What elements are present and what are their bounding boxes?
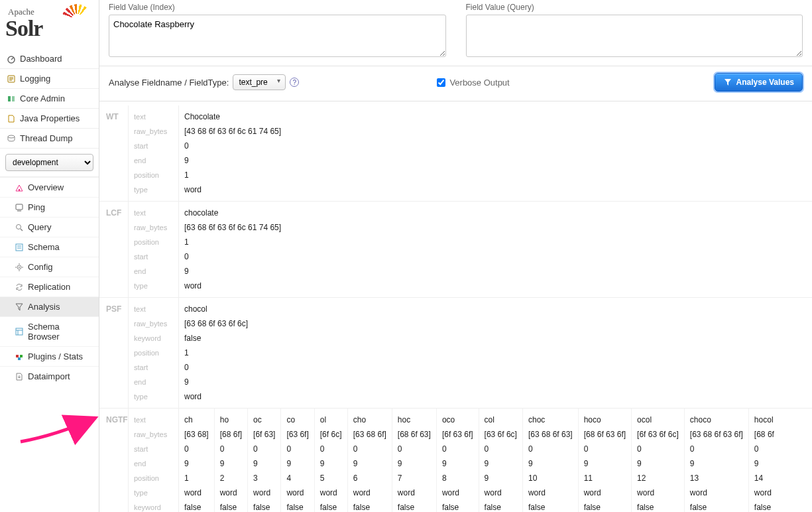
index-field-block: Field Value (Index): [109, 0, 446, 66]
svg-point-18: [19, 267, 20, 268]
schema-browser-icon: [15, 327, 24, 336]
verbose-label[interactable]: Verbose Output: [449, 78, 509, 88]
token-value: 0: [184, 442, 209, 456]
query-field-textarea[interactable]: [466, 15, 803, 57]
token-value: 9: [690, 456, 743, 471]
thread-dump-icon: [7, 134, 16, 143]
token-value: word: [398, 485, 431, 500]
svg-rect-6: [8, 96, 11, 101]
token-value: false: [584, 500, 626, 512]
token-value: col: [485, 413, 517, 427]
token-value: 9: [485, 471, 517, 485]
main-nav: DashboardLoggingCore AdminJava Propertie…: [0, 49, 99, 149]
nav-item-core-admin[interactable]: Core Admin: [0, 89, 99, 109]
token-value: [68 6f]: [220, 427, 242, 442]
token-values: chocol[63 68 6f 63 6f 6c]false109word: [179, 298, 812, 408]
token-value: 9: [184, 456, 209, 471]
token-value: 12: [637, 471, 679, 485]
nav-item-dashboard[interactable]: Dashboard: [0, 49, 99, 69]
attr-label: text: [134, 302, 173, 316]
token-value: word: [253, 485, 275, 500]
index-field-textarea[interactable]: [109, 15, 446, 57]
attr-label: type: [134, 279, 173, 293]
token-value: 0: [398, 442, 431, 456]
core-select[interactable]: development: [5, 154, 93, 171]
token-value: word: [184, 389, 807, 404]
token-value: 0: [286, 442, 308, 456]
subnav-item-ping[interactable]: Ping: [0, 197, 99, 217]
analysis-results: WTtextraw_bytesstartendpositiontypeChoco…: [99, 101, 812, 512]
token-value: false: [253, 500, 275, 512]
token-value: word: [286, 485, 308, 500]
token-value: 1: [184, 471, 209, 485]
query-field-label: Field Value (Query): [466, 3, 803, 12]
subnav-item-replication[interactable]: Replication: [0, 277, 99, 296]
token-value: 0: [353, 442, 386, 456]
token-value: false: [220, 500, 242, 512]
subnav-item-query[interactable]: Query: [0, 217, 99, 237]
token-values: Chocolate[43 68 6f 63 6f 6c 61 74 65]091…: [179, 105, 812, 201]
attr-label: text: [134, 206, 173, 220]
attr-label: start: [134, 139, 173, 153]
token-value: false: [184, 331, 807, 346]
token-col: col[63 6f 6c]099wordfalse: [479, 409, 523, 512]
controls-row: Analyse Fieldname / FieldType: text_pre …: [99, 66, 812, 101]
nav-item-logging[interactable]: Logging: [0, 69, 99, 89]
ping-icon: [15, 203, 24, 212]
subnav-item-config[interactable]: Config: [0, 257, 99, 277]
analyse-values-button[interactable]: Analyse Values: [715, 73, 803, 92]
token-value: 10: [528, 471, 573, 485]
subnav-item-dataimport[interactable]: Dataimport: [0, 366, 99, 386]
token-value: 9: [184, 375, 807, 389]
phase-name: LCF: [99, 202, 129, 297]
subnav-item-schema-browser[interactable]: Schema Browser: [0, 316, 99, 346]
core-admin-icon: [7, 94, 16, 103]
core-selector[interactable]: development: [5, 154, 93, 171]
token-col: ol[6f 6c]095wordfalse: [315, 409, 348, 512]
token-value: choco: [690, 413, 743, 427]
token-value: hocol: [754, 413, 777, 427]
nav-item-thread-dump[interactable]: Thread Dump: [0, 129, 99, 149]
token-col: chocolate[63 68 6f 63 6f 6c 61 74 65]109…: [179, 202, 812, 297]
logging-icon: [7, 74, 16, 84]
token-value: 9: [184, 264, 807, 279]
attr-label: end: [134, 264, 173, 279]
token-value: 9: [184, 153, 807, 168]
token-value: co: [286, 413, 308, 427]
subnav-item-analysis[interactable]: Analysis: [0, 296, 99, 316]
nav-item-java-properties[interactable]: Java Properties: [0, 109, 99, 129]
token-value: 9: [584, 456, 626, 471]
token-value: false: [320, 500, 342, 512]
attr-label: start: [134, 360, 173, 375]
analyse-fieldtype-label: Analyse Fieldname / FieldType:: [109, 78, 229, 88]
attr-label: raw_bytes: [134, 316, 173, 331]
dashboard-icon: [7, 54, 16, 64]
help-icon[interactable]: ?: [290, 78, 299, 87]
token-value: cho: [353, 413, 386, 427]
token-value: [6f 63]: [253, 427, 275, 442]
token-value: ho: [220, 413, 242, 427]
attr-label: raw_bytes: [134, 427, 173, 442]
fieldtype-select[interactable]: text_pre: [233, 74, 286, 90]
token-col: hocol[68 6f0914wordfalse: [749, 409, 782, 512]
token-value: [68 6f: [754, 427, 777, 442]
token-value: hoco: [584, 413, 626, 427]
token-value: word: [690, 485, 743, 500]
verbose-checkbox[interactable]: [437, 78, 445, 87]
phase-ngtf: NGTFtextraw_bytesstartendpositiontypekey…: [99, 408, 812, 512]
token-value: [6f 63 6f]: [442, 427, 473, 442]
token-value: 9: [485, 456, 517, 471]
attr-label: start: [134, 249, 173, 264]
token-col: co[63 6f]094wordfalse: [281, 409, 314, 512]
attr-labels: textraw_byteskeywordpositionstartendtype: [129, 298, 179, 408]
token-value: [63 68 6f 63]: [528, 427, 573, 442]
solr-sun-icon: [62, 4, 92, 34]
token-col: chocol[63 68 6f 63 6f 6c]false109word: [179, 298, 812, 408]
attr-label: end: [134, 456, 173, 471]
svg-rect-9: [19, 189, 20, 191]
subnav-item-schema[interactable]: Schema: [0, 237, 99, 257]
subnav-item-plugins-stats[interactable]: Plugins / Stats: [0, 346, 99, 366]
attr-label: text: [134, 109, 173, 124]
subnav-item-overview[interactable]: Overview: [0, 177, 99, 197]
svg-rect-7: [12, 96, 15, 101]
